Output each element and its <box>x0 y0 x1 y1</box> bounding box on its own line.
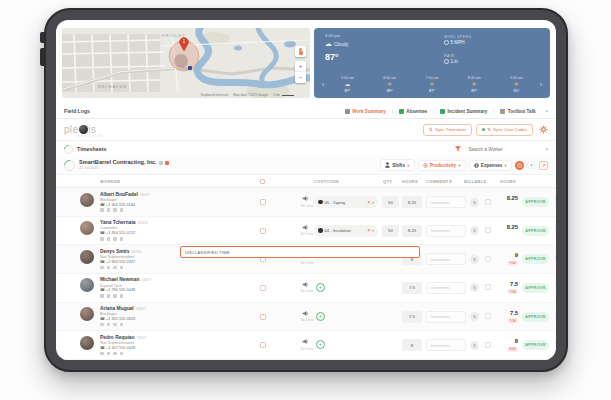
hardhat-icon[interactable] <box>113 237 117 241</box>
productivity-button[interactable]: Productivity + <box>418 160 466 171</box>
info-icon[interactable] <box>120 352 124 356</box>
row-menu-icon[interactable]: ⋮ <box>553 311 557 319</box>
worker-phone[interactable]: ☎ +1 305 555 0164 <box>100 203 220 208</box>
qty-field[interactable]: 50 <box>382 225 399 237</box>
hours-field[interactable]: 8.25 <box>402 225 422 237</box>
gear-icon[interactable] <box>539 125 548 134</box>
map[interactable]: 1 FRIDLEY BELHAVEN + − Keyboard shortcut… <box>62 28 310 98</box>
costcode-pill[interactable]: 04 - Insulation×▾ <box>314 225 378 237</box>
sync-cost-codes-button[interactable]: ⇅ Sync Cost Codes <box>476 124 533 136</box>
remove-costcode-icon[interactable]: × <box>367 228 370 233</box>
qty-field[interactable]: 50 <box>382 196 399 208</box>
hardhat-icon[interactable] <box>113 323 117 327</box>
briefcase-icon[interactable] <box>107 352 111 356</box>
row-checkbox[interactable] <box>260 228 266 234</box>
search-chevron-icon[interactable]: ▾ <box>545 146 548 152</box>
row-checkbox[interactable] <box>260 199 266 205</box>
speaker-icon[interactable] <box>302 224 309 231</box>
billable-icon[interactable]: $ <box>470 341 479 350</box>
comment-input[interactable] <box>426 253 466 265</box>
billable-checkbox[interactable] <box>485 313 491 319</box>
briefcase-icon[interactable] <box>107 294 111 298</box>
field-logs-chevron-icon[interactable]: ▾ <box>545 108 548 114</box>
row-menu-icon[interactable]: ⋮ <box>553 282 557 290</box>
info-icon[interactable] <box>120 266 124 270</box>
billable-icon[interactable]: $ <box>470 255 479 264</box>
row-checkbox[interactable] <box>260 285 266 291</box>
comment-input[interactable] <box>426 225 466 237</box>
collapse-chevron-icon[interactable]: ▾ <box>527 161 536 170</box>
add-costcode-button[interactable]: + <box>316 312 325 321</box>
billable-icon[interactable]: $ <box>470 312 479 321</box>
map-shortcuts-link[interactable]: Keyboard shortcuts <box>201 93 228 97</box>
costcode-chevron-icon[interactable]: ▾ <box>372 200 374 205</box>
add-productivity-icon[interactable]: + <box>458 163 461 168</box>
billable-icon[interactable]: $ <box>470 283 479 292</box>
billable-checkbox[interactable] <box>485 342 491 348</box>
row-menu-icon[interactable]: ⋮ <box>553 225 557 233</box>
add-costcode-button[interactable]: + <box>316 340 325 349</box>
worker-phone[interactable]: ☎ +1 954 555 0212 <box>100 231 220 236</box>
hours-field[interactable]: 8 <box>402 339 422 351</box>
briefcase-icon[interactable] <box>107 237 111 241</box>
approve-button[interactable]: APPROVE <box>522 226 549 236</box>
hardhat-icon[interactable] <box>113 266 117 270</box>
approve-button[interactable]: APPROVE <box>522 340 549 350</box>
map-zoom-control[interactable]: + − <box>295 61 306 83</box>
info-icon[interactable] <box>120 294 124 298</box>
field-log-button-work-summary[interactable]: Work Summary <box>339 109 392 114</box>
costcode-chevron-icon[interactable]: ▾ <box>372 228 374 233</box>
pegman-icon[interactable] <box>295 46 306 57</box>
select-all-checkbox[interactable] <box>260 179 265 184</box>
hardhat-icon[interactable] <box>113 294 117 298</box>
billable-checkbox[interactable] <box>485 284 491 290</box>
comment-input[interactable] <box>426 339 466 351</box>
costcode-pill[interactable]: 05 - Taping×▾ <box>314 196 378 208</box>
info-icon[interactable] <box>120 208 124 212</box>
filter-icon[interactable] <box>455 146 461 152</box>
hours-field[interactable]: 8.25 <box>402 196 422 208</box>
export-icon[interactable]: ↗ <box>539 161 548 170</box>
row-checkbox[interactable] <box>260 314 266 320</box>
sync-timesheet-button[interactable]: ⇅ Sync Timesheet <box>423 124 472 136</box>
approve-button[interactable]: APPROVE <box>522 283 549 293</box>
remove-costcode-icon[interactable]: × <box>367 200 370 205</box>
speaker-icon[interactable] <box>302 338 309 345</box>
comment-input[interactable] <box>426 196 466 208</box>
briefcase-icon[interactable] <box>107 323 111 327</box>
company-link-icon[interactable] <box>159 161 163 165</box>
add-expense-icon[interactable]: + <box>504 163 507 168</box>
schedule-icon[interactable] <box>100 323 104 327</box>
hours-field[interactable]: 7.5 <box>402 282 422 294</box>
schedule-icon[interactable] <box>100 352 104 356</box>
field-log-button-incident-summary[interactable]: Incident Summary <box>433 109 493 114</box>
row-checkbox[interactable] <box>260 342 266 348</box>
hardhat-icon[interactable] <box>113 352 117 356</box>
billable-icon[interactable]: $ <box>470 198 479 207</box>
expenses-button[interactable]: $ Expenses + <box>469 160 512 171</box>
briefcase-icon[interactable] <box>107 266 111 270</box>
timer-icon[interactable] <box>515 161 524 170</box>
briefcase-icon[interactable] <box>107 208 111 212</box>
approve-button[interactable]: APPROVE <box>522 254 549 264</box>
schedule-icon[interactable] <box>100 294 104 298</box>
billable-checkbox[interactable] <box>485 227 491 233</box>
search-worker-input[interactable] <box>466 146 526 153</box>
info-icon[interactable] <box>120 323 124 327</box>
worker-phone[interactable]: ☎ +1 954 555 0327 <box>100 260 220 265</box>
forecast-next-arrow[interactable]: › <box>538 81 544 88</box>
row-menu-icon[interactable]: ⋮ <box>553 339 557 347</box>
worker-phone[interactable]: ☎ +1 305 555 0623 <box>100 317 220 322</box>
worker-phone[interactable]: ☎ +1 407 555 0429 <box>100 346 220 351</box>
schedule-icon[interactable] <box>100 237 104 241</box>
schedule-icon[interactable] <box>100 208 104 212</box>
approve-button[interactable]: APPROVE <box>522 312 549 322</box>
worker-phone[interactable]: ☎ +1 786 555 0448 <box>100 288 220 293</box>
hardhat-icon[interactable] <box>113 208 117 212</box>
row-menu-icon[interactable]: ⋮ <box>553 253 557 261</box>
zoom-out-button[interactable]: − <box>295 72 306 83</box>
add-costcode-button[interactable]: + <box>316 283 325 292</box>
speaker-icon[interactable] <box>302 310 309 317</box>
hours-field[interactable]: 7.5 <box>402 311 422 323</box>
costcode-combobox-open[interactable]: UNCLASSIFIED TIME <box>180 246 420 258</box>
